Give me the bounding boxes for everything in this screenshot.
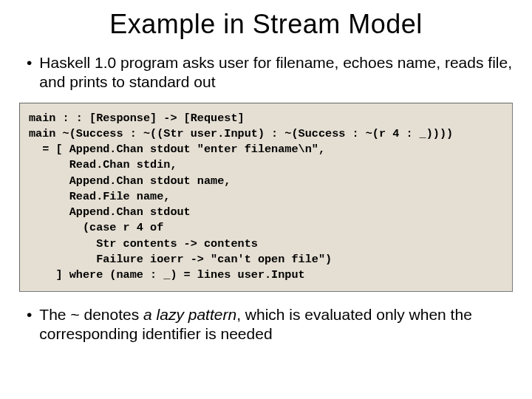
bullet-text-em: a lazy pattern bbox=[143, 306, 236, 323]
bullet-item-1: • Haskell 1.0 program asks user for file… bbox=[27, 53, 514, 92]
slide-title: Example in Stream Model bbox=[18, 9, 514, 40]
bullet-text: Haskell 1.0 program asks user for filena… bbox=[39, 53, 514, 92]
code-block: main : : [Response] -> [Request] main ~(… bbox=[19, 103, 513, 292]
bullet-mark: • bbox=[27, 305, 32, 344]
bullet-item-2: • The ~ denotes a lazy pattern, which is… bbox=[27, 305, 514, 344]
bullet-text: The ~ denotes a lazy pattern, which is e… bbox=[39, 305, 514, 344]
bullet-mark: • bbox=[27, 53, 32, 92]
bullet-text-pre: The ~ denotes bbox=[39, 306, 143, 323]
